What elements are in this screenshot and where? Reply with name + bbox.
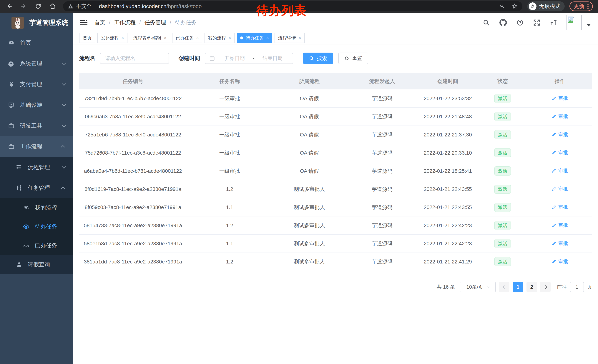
- tab-done-tasks[interactable]: 已办任务 ×: [172, 33, 202, 43]
- not-secure-label: 不安全: [76, 3, 91, 10]
- sidebar-item-infra[interactable]: 基础设施: [0, 95, 73, 115]
- font-size-icon[interactable]: [550, 19, 557, 26]
- col-process: 所属流程: [273, 78, 346, 85]
- briefcase-icon: [7, 143, 16, 150]
- end-date-placeholder[interactable]: 结束日期: [256, 55, 289, 62]
- active-tab-dot: [240, 36, 243, 40]
- approve-link[interactable]: 审批: [552, 204, 568, 210]
- sidebar-item-home[interactable]: 首页: [0, 32, 73, 53]
- bookmark-star-icon[interactable]: [512, 3, 518, 9]
- tab-start-process[interactable]: 发起流程 ×: [98, 33, 127, 43]
- tab-home[interactable]: 首页: [79, 33, 95, 43]
- breadcrumb-home[interactable]: 首页: [94, 19, 105, 26]
- browser-forward-icon[interactable]: [20, 2, 28, 10]
- search-icon[interactable]: [483, 19, 490, 26]
- page-content: 流程名 创建时间 开始日期 - 结束日期 搜索: [73, 44, 598, 364]
- sidebar-item-process-mgmt[interactable]: 流程管理: [0, 157, 73, 178]
- approve-link[interactable]: 审批: [552, 95, 568, 101]
- status-badge: 激活: [494, 166, 511, 176]
- prev-page-button[interactable]: [499, 282, 509, 292]
- close-tab-icon[interactable]: ×: [266, 35, 269, 40]
- sidebar-item-label: 工作流程: [20, 143, 42, 150]
- approve-link[interactable]: 审批: [552, 258, 568, 265]
- org-tree-icon: [15, 185, 23, 191]
- approve-link[interactable]: 审批: [552, 222, 568, 228]
- sidebar-item-label: 我的流程: [35, 204, 57, 212]
- password-key-icon[interactable]: [499, 3, 505, 9]
- tab-form-edit[interactable]: 流程表单-编辑 ×: [130, 33, 170, 43]
- sidebar-menu: 首页 系统管理 支付管理: [0, 32, 73, 274]
- sidebar-item-task-mgmt[interactable]: 任务管理: [0, 178, 73, 198]
- tab-my-process[interactable]: 我的流程 ×: [205, 33, 234, 43]
- sidebar-item-my-process[interactable]: 我的流程: [0, 198, 73, 217]
- avatar[interactable]: [566, 15, 582, 30]
- approve-link[interactable]: 审批: [552, 240, 568, 247]
- sidebar-item-workflow[interactable]: 工作流程: [0, 136, 73, 157]
- sidebar-item-label: 请假查询: [28, 261, 50, 268]
- sidebar-item-done-tasks[interactable]: 已办任务: [0, 236, 73, 255]
- process-name-input[interactable]: [100, 53, 169, 64]
- avatar-dropdown-caret-icon[interactable]: [587, 24, 591, 26]
- page-button-2[interactable]: 2: [526, 282, 537, 292]
- update-label: 更新: [574, 3, 584, 10]
- monitor-icon: [7, 102, 16, 108]
- start-date-placeholder[interactable]: 开始日期: [219, 55, 251, 62]
- reset-button[interactable]: 重置: [338, 53, 368, 64]
- sidebar-item-system[interactable]: 系统管理: [0, 53, 73, 74]
- browser-back-icon[interactable]: [5, 2, 13, 10]
- sidebar-item-payment[interactable]: 支付管理: [0, 74, 73, 95]
- approve-link[interactable]: 审批: [552, 113, 568, 120]
- col-task-id: 任务编号: [79, 78, 187, 85]
- table-row: 725a1eb6-7b88-11ec-8ef0-acde48001122 一级审…: [79, 126, 592, 144]
- url-text: dashboard.yudao.iocoder.cn/bpm/task/todo: [99, 3, 202, 9]
- fullscreen-icon[interactable]: [533, 19, 540, 26]
- status-badge: 激活: [494, 130, 511, 139]
- breadcrumb-workflow[interactable]: 工作流程: [114, 19, 136, 26]
- url-divider: [95, 4, 95, 9]
- browser-reload-icon[interactable]: [34, 2, 42, 10]
- approve-link[interactable]: 审批: [552, 168, 568, 174]
- page-annotation: 待办列表: [256, 2, 307, 19]
- table-header: 任务编号 任务名称 所属流程 流程发起人 创建时间 状态 操作: [79, 73, 592, 89]
- close-tab-icon[interactable]: ×: [299, 35, 301, 40]
- status-badge: 激活: [494, 148, 511, 157]
- sidebar-item-label: 首页: [20, 39, 31, 47]
- breadcrumb-task-mgmt[interactable]: 任务管理: [144, 19, 166, 26]
- sidebar-logo-row[interactable]: 芋道管理系统: [0, 13, 73, 32]
- goto-page-input[interactable]: [570, 282, 584, 292]
- tab-process-detail[interactable]: 流程详情 ×: [274, 33, 305, 43]
- approve-link[interactable]: 审批: [552, 186, 568, 192]
- approve-link[interactable]: 审批: [552, 131, 568, 138]
- github-icon[interactable]: [499, 19, 507, 26]
- sidebar-item-devtools[interactable]: 研发工具: [0, 115, 73, 136]
- page-size-select[interactable]: 10条/页: [460, 282, 496, 292]
- browser-update-button[interactable]: 更新: [569, 1, 593, 11]
- table-row: 75d72608-7b7f-11ec-a3c8-acde48001122 一级审…: [79, 144, 592, 162]
- next-page-button[interactable]: [540, 282, 551, 292]
- col-starter: 流程发起人: [346, 78, 418, 85]
- sidebar-collapse-icon[interactable]: [80, 19, 87, 26]
- sidebar: 芋道管理系统 首页 系统管理: [0, 13, 73, 364]
- pagination: 共 16 条 10条/页 1 2 前往 页: [79, 282, 592, 292]
- browser-menu-icon[interactable]: [587, 4, 589, 9]
- not-secure-warning-icon[interactable]: [68, 4, 73, 9]
- tab-todo-tasks[interactable]: 待办任务 ×: [237, 33, 272, 43]
- gear-icon: [7, 60, 16, 67]
- create-time-label: 创建时间: [179, 55, 200, 62]
- close-tab-icon[interactable]: ×: [228, 35, 231, 40]
- close-tab-icon[interactable]: ×: [164, 35, 166, 40]
- search-button[interactable]: 搜索: [303, 53, 333, 64]
- edit-pencil-icon: [552, 241, 556, 246]
- close-tab-icon[interactable]: ×: [121, 35, 124, 40]
- close-tab-icon[interactable]: ×: [196, 35, 199, 40]
- total-count: 共 16 条: [437, 284, 455, 290]
- date-range-picker[interactable]: 开始日期 - 结束日期: [205, 53, 293, 64]
- approve-link[interactable]: 审批: [552, 149, 568, 156]
- sidebar-item-todo-tasks[interactable]: 待办任务: [0, 217, 73, 236]
- help-question-icon[interactable]: [516, 19, 523, 26]
- edit-pencil-icon: [552, 205, 556, 209]
- screen: 待办列表 不安全 dashboard.yudao.iocoder.cn/bpm/…: [0, 0, 598, 364]
- page-button-1[interactable]: 1: [513, 282, 523, 292]
- sidebar-item-leave-query[interactable]: 请假查询: [0, 255, 73, 274]
- browser-home-icon[interactable]: [49, 2, 57, 10]
